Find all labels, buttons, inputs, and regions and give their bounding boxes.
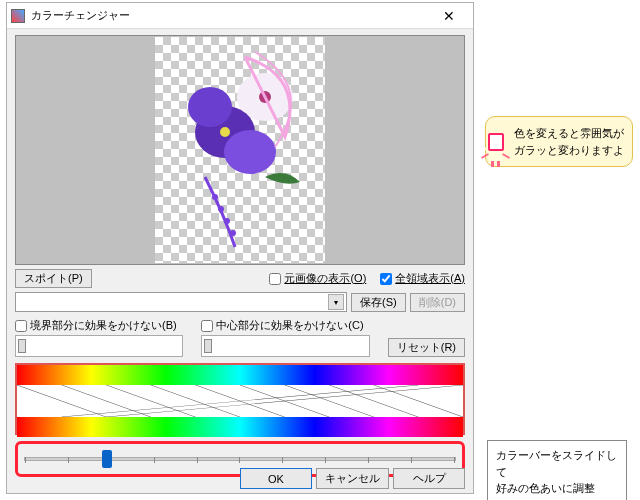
app-icon: [11, 9, 25, 23]
chevron-down-icon: ▾: [328, 294, 344, 310]
svg-line-20: [106, 385, 463, 417]
show-original-label: 元画像の表示(O): [284, 271, 366, 286]
hue-slider[interactable]: [24, 457, 456, 461]
svg-line-10: [17, 385, 106, 417]
show-all-regions-input[interactable]: [380, 273, 392, 285]
svg-point-6: [212, 194, 218, 200]
instruction-note: カラーバーをスライドして 好みの色あいに調整: [487, 440, 627, 500]
hue-strip-bottom: [17, 417, 463, 437]
svg-line-11: [62, 385, 151, 417]
mascot-icon: [482, 133, 510, 167]
note-line2: 好みの色あいに調整: [496, 480, 618, 497]
border-slider[interactable]: [15, 335, 183, 357]
show-original-checkbox[interactable]: 元画像の表示(O): [269, 271, 366, 286]
close-button[interactable]: ✕: [429, 4, 469, 28]
dialog-title: カラーチェンジャー: [31, 8, 429, 23]
svg-point-3: [188, 87, 232, 127]
titlebar: カラーチェンジャー ✕: [7, 3, 473, 29]
note-line1: カラーバーをスライドして: [496, 447, 618, 480]
show-original-input[interactable]: [269, 273, 281, 285]
hue-mapping-lines: [17, 385, 463, 417]
hue-mapping-area: [15, 363, 465, 435]
reset-button[interactable]: リセット(R): [388, 338, 465, 357]
save-button[interactable]: 保存(S): [351, 293, 406, 312]
tip-callout: 色を変えると雰囲気が ガラッと変わりますよ: [485, 116, 633, 182]
svg-line-12: [106, 385, 195, 417]
callout-line2: ガラッと変わりますよ: [514, 142, 626, 159]
svg-line-18: [374, 385, 463, 417]
no-effect-border-input[interactable]: [15, 320, 27, 332]
svg-point-9: [230, 230, 236, 236]
delete-button: 削除(D): [410, 293, 465, 312]
preview-image: [155, 37, 325, 263]
svg-point-2: [224, 130, 276, 174]
svg-point-7: [218, 206, 224, 212]
no-effect-border-label: 境界部分に効果をかけない(B): [30, 318, 177, 333]
callout-line1: 色を変えると雰囲気が: [514, 125, 626, 142]
dialog-buttons: OK キャンセル ヘルプ: [240, 468, 465, 489]
flower-illustration: [155, 37, 325, 263]
cancel-button[interactable]: キャンセル: [316, 468, 389, 489]
no-effect-center-checkbox[interactable]: 中心部分に効果をかけない(C): [201, 318, 369, 333]
svg-line-17: [329, 385, 418, 417]
preset-dropdown[interactable]: ▾: [15, 292, 347, 312]
no-effect-center-input[interactable]: [201, 320, 213, 332]
svg-line-19: [62, 385, 419, 417]
center-slider[interactable]: [201, 335, 369, 357]
no-effect-center-label: 中心部分に効果をかけない(C): [216, 318, 363, 333]
color-changer-dialog: カラーチェンジャー ✕: [6, 2, 474, 494]
ok-button[interactable]: OK: [240, 468, 312, 489]
show-all-regions-checkbox[interactable]: 全領域表示(A): [380, 271, 465, 286]
no-effect-border-checkbox[interactable]: 境界部分に効果をかけない(B): [15, 318, 183, 333]
eyedropper-button[interactable]: スポイト(P): [15, 269, 92, 288]
svg-point-5: [220, 127, 230, 137]
hue-strip-top: [17, 365, 463, 385]
svg-point-8: [224, 218, 230, 224]
svg-line-16: [285, 385, 374, 417]
svg-line-13: [151, 385, 240, 417]
preview-area: [15, 35, 465, 265]
hue-slider-thumb[interactable]: [102, 450, 112, 468]
show-all-regions-label: 全領域表示(A): [395, 271, 465, 286]
help-button[interactable]: ヘルプ: [393, 468, 465, 489]
